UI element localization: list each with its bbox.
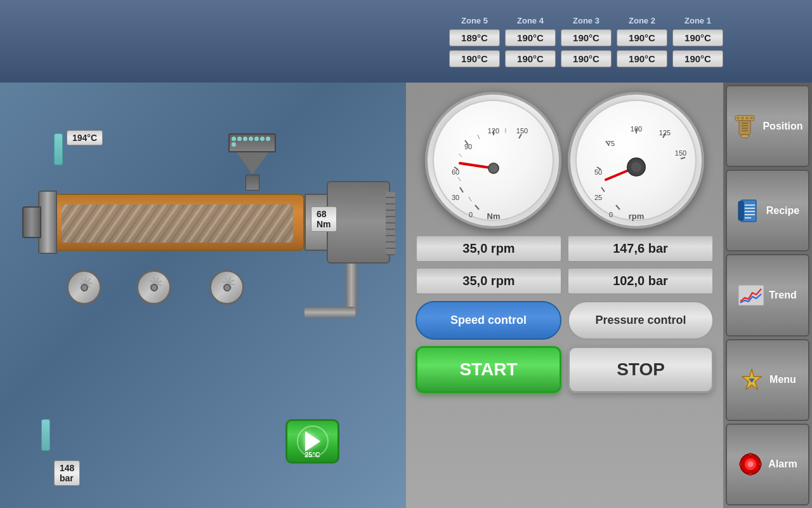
zone-3-label: Zone 3 (573, 16, 599, 25)
start-stop-row: START STOP (416, 346, 714, 393)
trend-icon (738, 283, 764, 308)
svg-rect-48 (741, 135, 749, 138)
zone-4-label: Zone 4 (517, 16, 544, 25)
zone-5-group: Zone 5 189°C 190°C (449, 16, 500, 67)
zone-4-actual: 190°C (505, 50, 556, 67)
speed-control-button[interactable]: Speed control (416, 301, 561, 340)
alarm-label: Alarm (768, 458, 797, 470)
menu-label: Menu (769, 374, 796, 385)
hopper (228, 133, 276, 190)
zone-3-setpoint[interactable]: 190°C (561, 29, 612, 46)
svg-text:Nm: Nm (487, 211, 501, 221)
zone-1-actual: 190°C (672, 50, 723, 67)
svg-line-16 (478, 135, 480, 139)
zone-5-actual: 190°C (449, 50, 500, 67)
pump-button[interactable]: 25°C (285, 419, 339, 464)
sidebar-alarm-button[interactable]: Alarm (726, 424, 809, 505)
svg-line-7 (475, 205, 479, 210)
svg-rect-40 (741, 117, 744, 119)
svg-line-8 (460, 187, 463, 192)
rpm-gauge-svg: rpm 0 25 50 75 100 125 15 (568, 92, 704, 229)
rpm-setpoint-cell: 35,0 rpm (416, 267, 562, 295)
svg-text:0: 0 (609, 211, 613, 218)
svg-text:60: 60 (452, 168, 459, 176)
svg-rect-42 (750, 117, 753, 119)
svg-rect-41 (745, 117, 749, 119)
main-area: 194°C 68 Nm (0, 83, 812, 508)
svg-line-29 (601, 187, 605, 192)
svg-point-63 (749, 453, 752, 457)
svg-text:25: 25 (594, 194, 602, 201)
pressure-control-button[interactable]: Pressure control (568, 301, 714, 340)
pressure-indicator (41, 419, 50, 451)
extruder-barrel (51, 194, 304, 251)
torque-gauge: Nm 0 30 60 90 120 150 (425, 92, 561, 229)
zone-bar: Zone 5 189°C 190°C Zone 4 190°C 190°C Zo… (0, 0, 812, 83)
zone-2-group: Zone 2 190°C 190°C (617, 16, 667, 67)
svg-text:30: 30 (452, 194, 459, 201)
start-button[interactable]: START (416, 346, 561, 393)
zone-2-label: Zone 2 (629, 16, 655, 25)
sidebar-menu-button[interactable]: Menu (726, 339, 809, 421)
feed-nozzle (22, 206, 41, 238)
bar-setpoint-cell: 102,0 bar (567, 267, 714, 295)
svg-line-28 (616, 205, 620, 210)
position-label: Position (763, 121, 802, 132)
sidebar-position-button[interactable]: Position (726, 85, 809, 167)
machine-diagram: 194°C 68 Nm (0, 83, 406, 508)
svg-line-14 (458, 177, 461, 181)
fan-3 (209, 270, 244, 305)
svg-point-37 (631, 162, 641, 172)
recipe-label: Recipe (766, 205, 799, 217)
svg-line-13 (469, 197, 471, 201)
zone-2-setpoint[interactable]: 190°C (617, 29, 667, 46)
data-grid: 35,0 rpm 147,6 bar 35,0 rpm 102,0 bar (416, 235, 714, 295)
menu-icon (739, 367, 764, 392)
svg-line-15 (459, 154, 462, 157)
svg-rect-39 (737, 117, 740, 119)
zone-1-setpoint[interactable]: 190°C (672, 29, 723, 46)
stop-button[interactable]: STOP (568, 346, 714, 393)
sidebar-recipe-button[interactable]: Recipe (726, 170, 809, 251)
zone-1-group: Zone 1 190°C 190°C (672, 16, 723, 67)
pump-temp: 25°C (304, 451, 320, 458)
svg-text:150: 150 (675, 149, 686, 157)
svg-point-65 (740, 463, 743, 466)
svg-point-19 (488, 163, 499, 173)
svg-rect-50 (738, 201, 743, 220)
svg-text:0: 0 (469, 211, 473, 218)
zone-2-actual: 190°C (617, 50, 667, 67)
svg-point-64 (749, 472, 752, 476)
position-icon (732, 114, 757, 139)
alarm-icon (738, 451, 763, 477)
svg-text:rpm: rpm (629, 211, 645, 221)
zone-1-label: Zone 1 (684, 16, 711, 25)
zone-4-group: Zone 4 190°C 190°C (505, 16, 556, 67)
svg-line-12 (519, 134, 521, 138)
svg-text:50: 50 (594, 168, 602, 176)
zone-5-setpoint[interactable]: 189°C (449, 29, 500, 46)
control-row: Speed control Pressure control (416, 301, 714, 340)
rpm-gauge: rpm 0 25 50 75 100 125 15 (568, 92, 704, 229)
zone-4-setpoint[interactable]: 190°C (505, 29, 556, 46)
zone-5-label: Zone 5 (461, 16, 488, 25)
torque-gauge-svg: Nm 0 30 60 90 120 150 (425, 92, 561, 229)
svg-text:150: 150 (516, 127, 528, 135)
trend-label: Trend (769, 290, 797, 301)
barrel-temp-indicator (54, 133, 63, 165)
svg-line-34 (681, 157, 685, 159)
rpm-actual-cell: 35,0 rpm (416, 235, 562, 262)
sidebar-trend-button[interactable]: Trend (726, 254, 809, 336)
outlet-pipe-h (304, 307, 355, 318)
gauges-row: Nm 0 30 60 90 120 150 (416, 92, 714, 229)
fan-2 (136, 270, 171, 305)
recipe-icon (736, 198, 761, 224)
sidebar: Position Recipe (723, 83, 812, 508)
bar-actual-cell: 147,6 bar (567, 235, 714, 262)
right-panel: Nm 0 30 60 90 120 150 (406, 83, 723, 508)
zone-3-actual: 190°C (561, 50, 612, 67)
svg-point-66 (759, 463, 762, 466)
zone-3-group: Zone 3 190°C 190°C (561, 16, 612, 67)
fan-1 (67, 270, 102, 305)
svg-point-62 (747, 461, 754, 467)
